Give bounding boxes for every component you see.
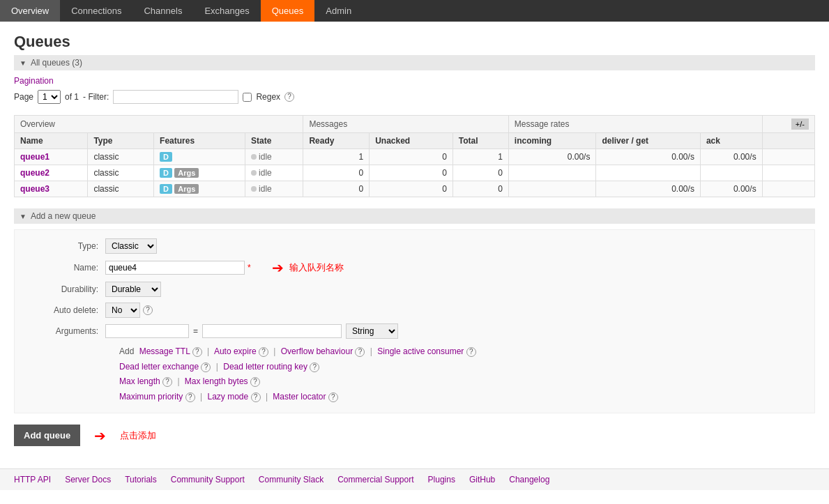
queue-total-cell: 0 bbox=[452, 181, 508, 197]
of-label: of 1 bbox=[65, 92, 79, 102]
argument-key-input[interactable] bbox=[105, 324, 189, 338]
regex-help-icon[interactable]: ? bbox=[284, 92, 294, 102]
durable-badge: D bbox=[160, 152, 172, 162]
nav-admin[interactable]: Admin bbox=[314, 0, 363, 22]
add-queue-section-header[interactable]: ▼ Add a new queue bbox=[14, 208, 815, 224]
dead-letter-exchange-help[interactable]: ? bbox=[201, 362, 211, 372]
add-label: Add bbox=[119, 346, 134, 356]
link-max-length[interactable]: Max length bbox=[119, 376, 160, 386]
nav-exchanges[interactable]: Exchanges bbox=[193, 0, 260, 22]
link-message-ttl[interactable]: Message TTL bbox=[139, 346, 190, 356]
type-row: Type: Classic Quorum bbox=[29, 238, 800, 254]
name-input[interactable] bbox=[105, 261, 245, 275]
durability-select[interactable]: Durable Transient bbox=[105, 282, 161, 297]
nav-connections[interactable]: Connections bbox=[60, 0, 132, 22]
all-queues-section-header[interactable]: ▼ All queues (3) bbox=[14, 55, 815, 70]
max-length-help[interactable]: ? bbox=[162, 377, 172, 387]
col-incoming: incoming bbox=[508, 133, 596, 149]
type-select[interactable]: Classic Quorum bbox=[105, 238, 157, 254]
queue-name-cell: queue3 bbox=[15, 181, 88, 197]
link-auto-expire[interactable]: Auto expire bbox=[214, 346, 257, 356]
nav-overview[interactable]: Overview bbox=[0, 0, 60, 22]
collapse-arrow: ▼ bbox=[20, 59, 26, 67]
regex-checkbox[interactable] bbox=[243, 93, 252, 102]
queue-deliver-get-cell: 0.00/s bbox=[596, 181, 700, 197]
link-dead-letter-exchange[interactable]: Dead letter exchange bbox=[119, 362, 199, 372]
footer-server-docs[interactable]: Server Docs bbox=[65, 475, 111, 484]
queue-unacked-cell: 0 bbox=[370, 149, 453, 165]
add-argument-links: Add Message TTL ? | Auto expire ? | Over… bbox=[119, 344, 800, 404]
nav-channels[interactable]: Channels bbox=[132, 0, 193, 22]
link-maximum-priority[interactable]: Maximum priority bbox=[119, 392, 183, 402]
arguments-label: Arguments: bbox=[29, 326, 105, 336]
queue-deliver-get-cell bbox=[596, 165, 700, 181]
overflow-help[interactable]: ? bbox=[355, 347, 365, 357]
queue-name-cell: queue1 bbox=[15, 149, 88, 165]
state-label: idle bbox=[259, 152, 272, 162]
link-lazy-mode[interactable]: Lazy mode bbox=[208, 392, 249, 402]
footer-github[interactable]: GitHub bbox=[469, 475, 495, 484]
add-queue-button[interactable]: Add queue bbox=[14, 425, 80, 446]
message-ttl-help[interactable]: ? bbox=[192, 347, 202, 357]
page-select[interactable]: 1 bbox=[38, 90, 61, 104]
table-row: queue2classicD Args idle000 bbox=[15, 165, 815, 181]
dead-letter-routing-key-help[interactable]: ? bbox=[310, 362, 319, 372]
queue-total-cell: 1 bbox=[452, 149, 508, 165]
col-features: Features bbox=[154, 133, 245, 149]
add-section-label: Add a new queue bbox=[31, 211, 96, 221]
filter-input[interactable] bbox=[113, 90, 238, 104]
col-state: State bbox=[245, 133, 303, 149]
col-type: Type bbox=[88, 133, 154, 149]
single-consumer-help[interactable]: ? bbox=[466, 347, 476, 357]
queue-total-cell: 0 bbox=[452, 165, 508, 181]
auto-delete-help[interactable]: ? bbox=[143, 305, 153, 315]
auto-delete-row: Auto delete: No Yes ? bbox=[29, 303, 800, 318]
args-badge[interactable]: Args bbox=[174, 168, 199, 178]
link-overflow-behaviour[interactable]: Overflow behaviour bbox=[281, 346, 353, 356]
lazy-mode-help[interactable]: ? bbox=[251, 392, 261, 402]
queue-type-cell: classic bbox=[88, 149, 154, 165]
plus-minus-button[interactable]: +/- bbox=[791, 119, 809, 130]
max-priority-help[interactable]: ? bbox=[185, 392, 195, 402]
link-single-active-consumer[interactable]: Single active consumer bbox=[377, 346, 464, 356]
auto-expire-help[interactable]: ? bbox=[259, 347, 268, 357]
table-row: queue1classicD idle1010.00/s0.00/s0.00/s bbox=[15, 149, 815, 165]
footer-commercial-support[interactable]: Commercial Support bbox=[337, 475, 413, 484]
link-master-locator[interactable]: Master locator bbox=[273, 392, 326, 402]
footer-community-support[interactable]: Community Support bbox=[171, 475, 245, 484]
durability-row: Durability: Durable Transient bbox=[29, 282, 800, 297]
master-locator-help[interactable]: ? bbox=[328, 392, 338, 402]
argument-value-input[interactable] bbox=[202, 324, 342, 338]
footer-tutorials[interactable]: Tutorials bbox=[125, 475, 157, 484]
state-label: idle bbox=[259, 184, 272, 194]
queue-name-link[interactable]: queue2 bbox=[20, 168, 50, 178]
queue-name-link[interactable]: queue1 bbox=[20, 152, 50, 162]
overview-group-header: Overview bbox=[15, 116, 303, 133]
name-annotation: 输入队列名称 bbox=[289, 261, 344, 274]
footer-http-api[interactable]: HTTP API bbox=[14, 475, 51, 484]
max-length-bytes-help[interactable]: ? bbox=[250, 377, 260, 387]
footer-plugins[interactable]: Plugins bbox=[428, 475, 455, 484]
argument-type-select[interactable]: String Number Boolean List bbox=[346, 323, 398, 339]
auto-delete-select[interactable]: No Yes bbox=[105, 303, 140, 318]
type-label: Type: bbox=[29, 241, 105, 251]
nav-queues[interactable]: Queues bbox=[261, 0, 315, 22]
add-annotation: 点击添加 bbox=[120, 429, 156, 442]
queue-state-cell: idle bbox=[245, 165, 303, 181]
durability-label: Durability: bbox=[29, 284, 105, 294]
queues-table: Overview Messages Message rates +/- Name… bbox=[14, 115, 815, 197]
queue-unacked-cell: 0 bbox=[370, 181, 453, 197]
name-arrow: ➔ bbox=[272, 259, 284, 276]
queue-features-cell: D Args bbox=[154, 181, 245, 197]
link-max-length-bytes[interactable]: Max length bytes bbox=[185, 376, 248, 386]
messages-group-header: Messages bbox=[303, 116, 508, 133]
queue-name-link[interactable]: queue3 bbox=[20, 184, 50, 194]
queue-ack-cell: 0.00/s bbox=[700, 149, 762, 165]
add-queue-form: Type: Classic Quorum Name: * ➔ 输入队列名称 Du… bbox=[14, 229, 815, 413]
args-badge[interactable]: Args bbox=[174, 184, 199, 194]
link-dead-letter-routing-key[interactable]: Dead letter routing key bbox=[223, 362, 307, 372]
filter-label: - Filter: bbox=[83, 92, 109, 102]
footer-changelog[interactable]: Changelog bbox=[509, 475, 549, 484]
footer-community-slack[interactable]: Community Slack bbox=[259, 475, 324, 484]
equals-sign: = bbox=[193, 326, 198, 336]
